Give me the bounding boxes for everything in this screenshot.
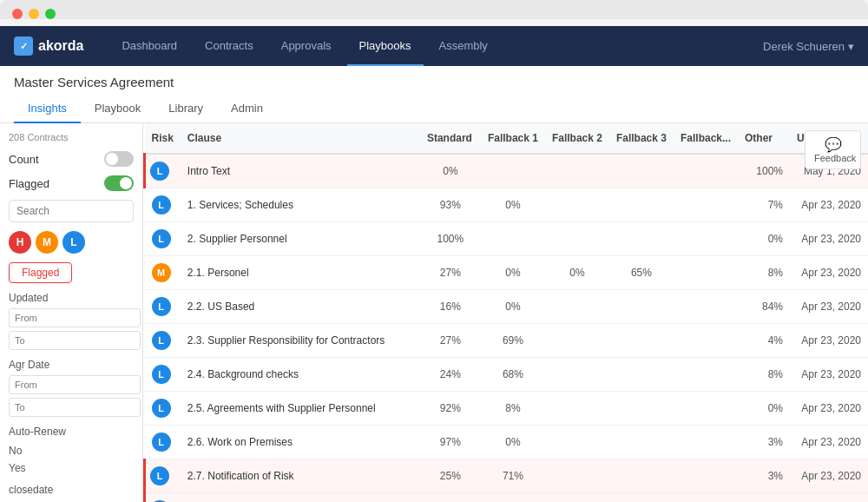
tab-playbook[interactable]: Playbook xyxy=(81,96,155,123)
count-toggle[interactable] xyxy=(104,151,134,167)
risk-badge-high[interactable]: H xyxy=(9,231,31,254)
table-row[interactable]: L 2.6. Work on Premises 97% 0% 3% Apr 23… xyxy=(145,426,869,459)
cell-fb1: 0% xyxy=(481,188,545,222)
feedback-button[interactable]: 💬 Feedback xyxy=(805,130,861,169)
table-row[interactable]: L Intro Text 0% 100% May 1, 2020 xyxy=(145,154,869,188)
table-row[interactable]: L 2. Supplier Personnel 100% 0% Apr 23, … xyxy=(145,222,869,256)
cell-fb3: 65% xyxy=(609,256,674,290)
search-input[interactable] xyxy=(9,200,134,222)
cell-updated: Apr 23, 2020 xyxy=(790,392,868,426)
cell-risk: L xyxy=(145,188,181,222)
cell-risk: L xyxy=(145,459,181,493)
nav-approvals[interactable]: Approvals xyxy=(269,26,344,66)
auto-renew-yes[interactable]: Yes xyxy=(9,459,134,477)
cell-risk: M xyxy=(145,256,181,290)
cell-fb2: 0% xyxy=(545,256,609,290)
table-row[interactable]: L 2.4. Background checks 24% 68% 8% Apr … xyxy=(145,358,869,392)
cell-standard: 0% xyxy=(420,154,481,188)
table-container: Risk Clause Standard Fallback 1 Fallback… xyxy=(143,123,868,502)
agr-from-input[interactable] xyxy=(9,375,141,394)
cell-clause[interactable]: 2.3. Supplier Responsibility for Contrac… xyxy=(181,324,420,358)
cell-fb1 xyxy=(481,493,545,503)
agr-to-input[interactable] xyxy=(9,398,141,417)
th-fallback1[interactable]: Fallback 1 xyxy=(481,123,545,154)
table-row[interactable]: M 2.1. Personel 27% 0% 0% 65% 8% Apr 23,… xyxy=(145,256,869,290)
sub-header: Master Services Agreement Insights Playb… xyxy=(0,66,868,123)
window-chrome xyxy=(0,0,868,19)
cell-clause[interactable]: 2.6. Work on Premises xyxy=(181,426,420,459)
contracts-table: Risk Clause Standard Fallback 1 Fallback… xyxy=(143,123,868,502)
updated-to-input[interactable] xyxy=(9,331,141,350)
nav-playbooks[interactable]: Playbooks xyxy=(347,26,424,66)
cell-updated: Apr 23, 2020 xyxy=(790,222,868,256)
cell-fb4 xyxy=(674,222,738,256)
nav-dashboard[interactable]: Dashboard xyxy=(109,26,189,66)
cell-fb4 xyxy=(674,154,738,188)
cell-fb1: 0% xyxy=(481,290,545,324)
updated-to-row: 📅 xyxy=(9,331,134,350)
table-row[interactable]: L 2.5. Agreements with Supplier Personne… xyxy=(145,392,869,426)
cell-risk: L xyxy=(145,290,181,324)
cell-clause[interactable]: Intro Text xyxy=(181,154,420,188)
cell-fb3 xyxy=(609,188,674,222)
th-fallback4[interactable]: Fallback... xyxy=(674,123,738,154)
cell-updated: Apr 23, 2020 xyxy=(790,358,868,392)
th-clause[interactable]: Clause xyxy=(181,123,420,154)
flagged-button[interactable]: Flagged xyxy=(9,262,72,283)
cell-clause[interactable]: 1. Services; Schedules xyxy=(181,188,420,222)
cell-clause[interactable]: 2. Supplier Personnel xyxy=(181,222,420,256)
th-standard[interactable]: Standard xyxy=(420,123,481,154)
maximize-button[interactable] xyxy=(45,9,56,19)
updated-from-input[interactable] xyxy=(9,308,141,327)
cell-updated: Apr 23, 2020 xyxy=(790,188,868,222)
window-buttons xyxy=(12,9,856,19)
cell-clause[interactable]: 2.1. Personel xyxy=(181,256,420,290)
cell-updated: Apr 23, 2020 xyxy=(790,426,868,459)
nav-items: Dashboard Contracts Approvals Playbooks … xyxy=(109,26,763,66)
cell-fb1: 0% xyxy=(481,256,545,290)
nav-assembly[interactable]: Assembly xyxy=(427,26,500,66)
table-row[interactable]: L 2.8. Not Employees 26% 74% Apr 23, 202… xyxy=(145,493,869,503)
cell-updated: Apr 23, 2020 xyxy=(790,493,868,503)
table-row[interactable]: L 2.2. US Based 16% 0% 84% Apr 23, 2020 xyxy=(145,290,869,324)
flagged-filter-row: Flagged xyxy=(9,175,134,191)
th-other[interactable]: Other xyxy=(738,123,790,154)
auto-renew-no[interactable]: No xyxy=(9,442,134,459)
cell-clause[interactable]: 2.7. Notification of Risk xyxy=(181,459,420,493)
close-button[interactable] xyxy=(12,9,23,19)
risk-badge-low[interactable]: L xyxy=(62,231,85,254)
nav-contracts[interactable]: Contracts xyxy=(193,26,266,66)
nav-user[interactable]: Derek Schueren ▾ xyxy=(763,40,854,53)
cell-fb2 xyxy=(545,459,609,493)
cell-clause[interactable]: 2.5. Agreements with Supplier Personnel xyxy=(181,392,420,426)
cell-fb4 xyxy=(674,493,738,503)
th-fallback3[interactable]: Fallback 3 xyxy=(609,123,674,154)
auto-renew-label: Auto-Renew xyxy=(9,426,134,438)
cell-fb4 xyxy=(674,188,738,222)
tab-insights[interactable]: Insights xyxy=(14,96,81,123)
cell-clause[interactable]: 2.8. Not Employees xyxy=(181,493,420,503)
cell-fb3 xyxy=(609,324,674,358)
cell-fb2 xyxy=(545,358,609,392)
cell-clause[interactable]: 2.4. Background checks xyxy=(181,358,420,392)
table-row[interactable]: L 1. Services; Schedules 93% 0% 7% Apr 2… xyxy=(145,188,869,222)
cell-fb2 xyxy=(545,222,609,256)
cell-fb3 xyxy=(609,392,674,426)
cell-fb4 xyxy=(674,459,738,493)
cell-standard: 100% xyxy=(420,222,481,256)
cell-fb4 xyxy=(674,290,738,324)
cell-fb2 xyxy=(545,188,609,222)
cell-other: 8% xyxy=(738,256,790,290)
th-fallback2[interactable]: Fallback 2 xyxy=(545,123,609,154)
flagged-toggle[interactable] xyxy=(104,175,134,191)
table-row[interactable]: L 2.3. Supplier Responsibility for Contr… xyxy=(145,324,869,358)
agr-from-row: 📅 xyxy=(9,375,134,394)
cell-clause[interactable]: 2.2. US Based xyxy=(181,290,420,324)
cell-fb1 xyxy=(481,154,545,188)
tab-library[interactable]: Library xyxy=(155,96,217,123)
risk-badge-medium[interactable]: M xyxy=(36,231,58,254)
table-row[interactable]: L 2.7. Notification of Risk 25% 71% 3% A… xyxy=(145,459,869,493)
minimize-button[interactable] xyxy=(29,9,39,19)
logo[interactable]: ✓ akorda xyxy=(14,36,83,56)
tab-admin[interactable]: Admin xyxy=(217,96,277,123)
